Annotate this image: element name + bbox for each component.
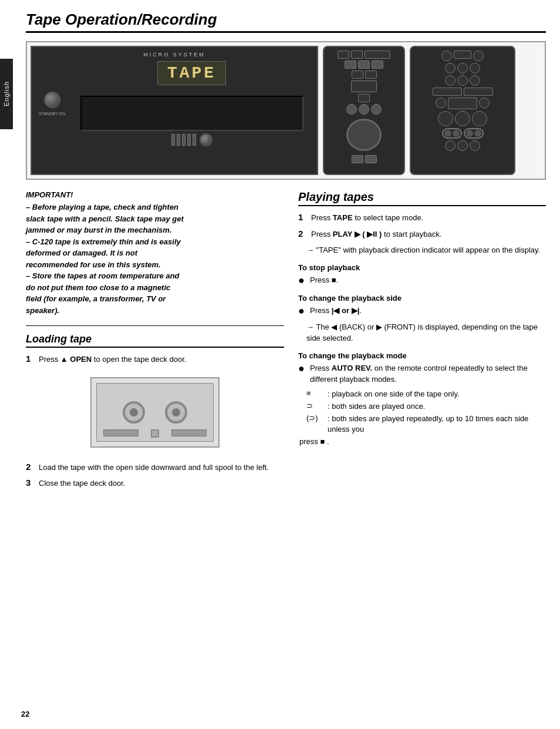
important-line-4: – C-120 tape is extremely thin and is ea… xyxy=(26,237,181,246)
rbtn-treble xyxy=(365,155,377,163)
remote-row-bass xyxy=(352,155,377,163)
tape-reels xyxy=(117,401,193,424)
slider-bar-3 xyxy=(182,134,185,146)
remote-row4 xyxy=(351,80,377,92)
separator-1 xyxy=(26,325,284,326)
open-key: ▲ OPEN xyxy=(60,355,92,364)
press-stop-key: ■ xyxy=(320,437,325,446)
rbtn-prev xyxy=(352,70,363,79)
rbtn-play xyxy=(338,51,349,59)
tape-guide-center xyxy=(151,429,159,438)
remote-large-image xyxy=(410,46,515,175)
important-text: – Before playing a tape, check and tight… xyxy=(26,201,284,316)
important-line-1: – Before playing a tape, check and tight… xyxy=(26,203,178,211)
step-3-number: 3 xyxy=(26,478,35,488)
loading-step-1: 1 Press ▲ OPEN to open the tape deck doo… xyxy=(26,354,284,365)
side-key: |◀ or ▶| xyxy=(332,306,360,315)
slider-bar-4 xyxy=(187,134,191,146)
lrbtn-9 xyxy=(470,75,480,86)
device-display: TAPE xyxy=(157,61,226,85)
important-title: IMPORTANT! xyxy=(26,190,284,199)
mode-desc-2: : both sides are played once. xyxy=(328,401,425,412)
lrbtn-bottom1 xyxy=(445,140,456,151)
play-step-2-text: Press PLAY ▶ ( ▶II ) to start playback. xyxy=(311,229,441,240)
lrbtn-big3 xyxy=(472,111,487,126)
playing-step-2: 2 Press PLAY ▶ ( ▶II ) to start playback… xyxy=(298,229,546,240)
rbtn-aux xyxy=(371,104,382,115)
important-line-9: field (for example, a transformer, TV or xyxy=(26,294,166,303)
large-remote-row5 xyxy=(436,98,490,109)
change-side-heading: To change the playback side xyxy=(298,294,546,303)
mode-symbol-2: ⊃ xyxy=(306,401,323,410)
page-title: Tape Operation/Recording xyxy=(26,11,546,33)
sidebar-label: English xyxy=(3,81,10,106)
tape-guide-left xyxy=(103,429,139,436)
large-remote-row3 xyxy=(445,75,480,86)
tape-guide-right xyxy=(171,429,207,436)
mode-desc-1: : playback on one side of the tape only. xyxy=(328,389,460,399)
change-mode-step: ● Press AUTO REV. on the remote control … xyxy=(298,362,546,385)
important-line-6: recommended for use in this system. xyxy=(26,260,161,269)
change-mode-bullet: ● xyxy=(298,362,306,375)
rbtn-next xyxy=(365,70,377,79)
slider-bar-1 xyxy=(171,134,175,146)
remote-row2 xyxy=(345,61,383,69)
loading-section: Loading tape 1 Press ▲ OPEN to open the … xyxy=(26,333,284,489)
mode-row-1: ≡ : playback on one side of the tape onl… xyxy=(306,389,546,399)
loading-step-3: 3 Close the tape deck door. xyxy=(26,478,284,489)
press-stop-text: press ■ . xyxy=(299,437,546,446)
lrbtn-8 xyxy=(457,75,468,86)
lrbtn-5 xyxy=(457,63,468,73)
two-col-layout: IMPORTANT! – Before playing a tape, chec… xyxy=(26,190,546,494)
important-line-2: slack tape with a pencil. Slack tape may… xyxy=(26,214,184,223)
important-line-8: do not put them too close to a magnetic xyxy=(26,283,170,292)
large-remote-row7 xyxy=(442,128,484,139)
dial-right xyxy=(453,130,460,137)
device-controls xyxy=(171,133,212,146)
large-remote-row8 xyxy=(445,140,480,151)
stop-playback-step: ● Press ■. xyxy=(298,274,546,287)
change-side-step: ● Press |◀ or ▶|. xyxy=(298,305,546,318)
volume-knob xyxy=(200,133,212,146)
remote-small-image xyxy=(323,46,405,175)
standby-label: STANDBY·ON xyxy=(39,112,65,116)
rbtn-cd xyxy=(365,51,390,59)
mode-table: ≡ : playback on one side of the tape onl… xyxy=(306,389,546,435)
lrbtn-3 xyxy=(473,51,484,61)
remote-row5 xyxy=(358,94,370,102)
play-step-1-text: Press TAPE to select tape mode. xyxy=(311,212,423,224)
stop-playback-text: Press ■. xyxy=(310,274,338,286)
rbtn-bass xyxy=(352,155,363,163)
change-mode-heading: To change the playback mode xyxy=(298,351,546,360)
tape-deck-image xyxy=(90,377,220,448)
slider-area xyxy=(171,134,196,146)
play-key: PLAY ▶ ( ▶II ) xyxy=(333,230,382,238)
step-2-number: 2 xyxy=(26,462,35,472)
step-3-text: Close the tape deck door. xyxy=(39,478,125,489)
change-side-bullet: ● xyxy=(298,305,306,318)
page-number: 22 xyxy=(21,710,29,718)
play-step-1-number: 1 xyxy=(298,212,308,222)
play-step-2-arrow: → "TAPE" with playback direction indicat… xyxy=(306,244,546,256)
play-step-2-number: 2 xyxy=(298,229,308,238)
dial2-left xyxy=(466,130,473,137)
change-mode-text: Press AUTO REV. on the remote control re… xyxy=(310,362,546,385)
dial2-right xyxy=(474,130,481,137)
important-line-10: speaker). xyxy=(26,306,59,315)
important-line-3: jammed or may burst in the mechanism. xyxy=(26,226,172,234)
loading-heading: Loading tape xyxy=(26,333,284,348)
tape-deck-diagram xyxy=(26,371,284,453)
tape-reel-inner-left xyxy=(130,408,138,416)
right-column: Playing tapes 1 Press TAPE to select tap… xyxy=(298,190,546,494)
large-remote-row6 xyxy=(438,111,487,126)
lrbtn-bottom2 xyxy=(457,140,468,151)
mode-symbol-3: (⊃) xyxy=(306,414,323,422)
lrbtn-big1 xyxy=(438,111,453,126)
rbtn-pause xyxy=(345,61,356,69)
tape-slot xyxy=(80,96,303,131)
important-section: IMPORTANT! – Before playing a tape, chec… xyxy=(26,190,284,316)
remote-row6 xyxy=(346,104,382,115)
lrbtn-2 xyxy=(454,51,471,59)
loading-step-2: 2 Load the tape with the open side downw… xyxy=(26,462,284,473)
slider-bar-5 xyxy=(193,134,196,146)
